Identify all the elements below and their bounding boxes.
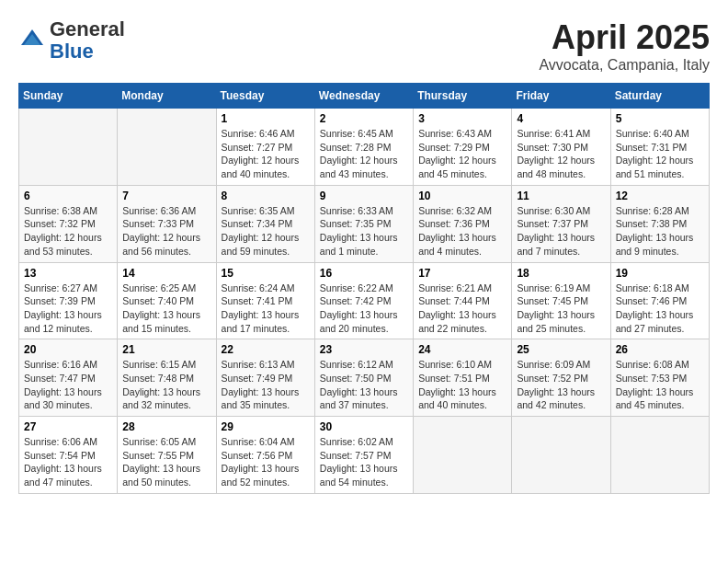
day-sunset: Sunset: 7:38 PM	[616, 218, 688, 229]
day-daylight: Daylight: 12 hours and 51 minutes.	[616, 155, 694, 179]
day-sunset: Sunset: 7:32 PM	[24, 218, 96, 229]
header-monday: Monday	[118, 84, 216, 109]
day-daylight: Daylight: 13 hours and 15 minutes.	[122, 309, 200, 334]
calendar-cell: 29 Sunrise: 6:04 AM Sunset: 7:56 PM Dayl…	[216, 417, 314, 494]
calendar-cell: 27 Sunrise: 6:06 AM Sunset: 7:54 PM Dayl…	[19, 417, 118, 494]
day-daylight: Daylight: 13 hours and 7 minutes.	[517, 232, 595, 257]
page-header: General Blue April 2025 Avvocata, Campan…	[18, 18, 710, 74]
header-tuesday: Tuesday	[216, 84, 314, 109]
day-sunset: Sunset: 7:54 PM	[24, 450, 96, 461]
day-sunset: Sunset: 7:42 PM	[320, 295, 392, 306]
day-sunrise: Sunrise: 6:06 AM	[24, 436, 97, 447]
day-number: 2	[320, 112, 408, 125]
day-daylight: Daylight: 12 hours and 43 minutes.	[320, 155, 398, 179]
header-friday: Friday	[512, 84, 610, 109]
calendar-cell: 26 Sunrise: 6:08 AM Sunset: 7:53 PM Dayl…	[610, 339, 709, 417]
day-sunrise: Sunrise: 6:45 AM	[320, 128, 393, 139]
calendar-cell: 11 Sunrise: 6:30 AM Sunset: 7:37 PM Dayl…	[512, 185, 610, 262]
day-number: 16	[320, 267, 408, 280]
calendar-cell	[19, 109, 118, 186]
day-sunset: Sunset: 7:53 PM	[616, 373, 688, 384]
day-sunset: Sunset: 7:49 PM	[222, 373, 293, 384]
calendar-cell: 25 Sunrise: 6:09 AM Sunset: 7:52 PM Dayl…	[512, 339, 610, 417]
day-sunrise: Sunrise: 6:18 AM	[616, 282, 689, 293]
day-sunrise: Sunrise: 6:43 AM	[418, 128, 492, 139]
day-number: 12	[616, 190, 704, 202]
day-number: 6	[24, 190, 112, 202]
logo: General Blue	[18, 18, 125, 63]
day-sunset: Sunset: 7:28 PM	[320, 142, 392, 153]
day-number: 28	[122, 420, 210, 433]
day-daylight: Daylight: 13 hours and 20 minutes.	[320, 309, 398, 334]
day-sunset: Sunset: 7:34 PM	[222, 218, 293, 229]
day-sunrise: Sunrise: 6:09 AM	[517, 359, 590, 370]
day-number: 30	[320, 420, 408, 433]
calendar-cell: 16 Sunrise: 6:22 AM Sunset: 7:42 PM Dayl…	[314, 262, 413, 339]
calendar-body: 1 Sunrise: 6:46 AM Sunset: 7:27 PM Dayli…	[19, 109, 710, 494]
day-number: 9	[320, 190, 408, 202]
day-sunrise: Sunrise: 6:27 AM	[24, 282, 97, 293]
calendar-subtitle: Avvocata, Campania, Italy	[539, 57, 710, 74]
day-sunrise: Sunrise: 6:28 AM	[616, 205, 689, 216]
day-sunrise: Sunrise: 6:32 AM	[418, 205, 492, 216]
day-number: 8	[222, 190, 310, 202]
day-number: 15	[222, 267, 310, 280]
day-number: 5	[616, 112, 704, 125]
calendar-cell	[414, 417, 512, 494]
calendar-cell: 3 Sunrise: 6:43 AM Sunset: 7:29 PM Dayli…	[414, 109, 512, 186]
day-sunset: Sunset: 7:56 PM	[222, 450, 293, 461]
calendar-table: Sunday Monday Tuesday Wednesday Thursday…	[18, 83, 710, 494]
day-daylight: Daylight: 12 hours and 53 minutes.	[24, 232, 102, 257]
day-sunrise: Sunrise: 6:04 AM	[222, 436, 295, 447]
day-daylight: Daylight: 12 hours and 56 minutes.	[122, 232, 200, 257]
day-sunset: Sunset: 7:36 PM	[418, 218, 490, 229]
day-sunrise: Sunrise: 6:02 AM	[320, 436, 393, 447]
day-daylight: Daylight: 13 hours and 32 minutes.	[122, 386, 200, 411]
day-daylight: Daylight: 13 hours and 25 minutes.	[517, 309, 595, 334]
day-daylight: Daylight: 13 hours and 22 minutes.	[418, 309, 496, 334]
day-number: 11	[517, 190, 605, 202]
calendar-week-2: 6 Sunrise: 6:38 AM Sunset: 7:32 PM Dayli…	[19, 185, 710, 262]
day-daylight: Daylight: 13 hours and 12 minutes.	[24, 309, 102, 334]
calendar-title: April 2025	[539, 18, 710, 57]
day-sunrise: Sunrise: 6:33 AM	[320, 205, 393, 216]
calendar-cell: 8 Sunrise: 6:35 AM Sunset: 7:34 PM Dayli…	[216, 185, 314, 262]
calendar-cell: 9 Sunrise: 6:33 AM Sunset: 7:35 PM Dayli…	[314, 185, 413, 262]
day-sunset: Sunset: 7:50 PM	[320, 373, 392, 384]
calendar-cell: 22 Sunrise: 6:13 AM Sunset: 7:49 PM Dayl…	[216, 339, 314, 417]
day-number: 22	[222, 343, 310, 356]
day-daylight: Daylight: 13 hours and 35 minutes.	[222, 386, 300, 411]
calendar-cell: 20 Sunrise: 6:16 AM Sunset: 7:47 PM Dayl…	[19, 339, 118, 417]
day-sunrise: Sunrise: 6:40 AM	[616, 128, 689, 139]
day-number: 25	[517, 343, 605, 356]
day-sunset: Sunset: 7:29 PM	[418, 142, 490, 153]
calendar-cell: 30 Sunrise: 6:02 AM Sunset: 7:57 PM Dayl…	[314, 417, 413, 494]
calendar-week-5: 27 Sunrise: 6:06 AM Sunset: 7:54 PM Dayl…	[19, 417, 710, 494]
calendar-cell: 2 Sunrise: 6:45 AM Sunset: 7:28 PM Dayli…	[314, 109, 413, 186]
day-number: 18	[517, 267, 605, 280]
day-sunset: Sunset: 7:44 PM	[418, 295, 490, 306]
header-thursday: Thursday	[414, 84, 512, 109]
day-daylight: Daylight: 13 hours and 47 minutes.	[24, 463, 102, 488]
day-number: 24	[418, 343, 506, 356]
day-number: 13	[24, 267, 112, 280]
calendar-cell: 4 Sunrise: 6:41 AM Sunset: 7:30 PM Dayli…	[512, 109, 610, 186]
calendar-week-1: 1 Sunrise: 6:46 AM Sunset: 7:27 PM Dayli…	[19, 109, 710, 186]
day-daylight: Daylight: 13 hours and 50 minutes.	[122, 463, 200, 488]
calendar-cell: 5 Sunrise: 6:40 AM Sunset: 7:31 PM Dayli…	[610, 109, 709, 186]
day-sunrise: Sunrise: 6:16 AM	[24, 359, 97, 370]
calendar-cell: 17 Sunrise: 6:21 AM Sunset: 7:44 PM Dayl…	[414, 262, 512, 339]
calendar-cell: 19 Sunrise: 6:18 AM Sunset: 7:46 PM Dayl…	[610, 262, 709, 339]
day-daylight: Daylight: 13 hours and 52 minutes.	[222, 463, 300, 488]
day-sunrise: Sunrise: 6:25 AM	[122, 282, 196, 293]
day-number: 14	[122, 267, 210, 280]
logo-icon	[18, 27, 46, 54]
calendar-cell: 1 Sunrise: 6:46 AM Sunset: 7:27 PM Dayli…	[216, 109, 314, 186]
day-sunrise: Sunrise: 6:19 AM	[517, 282, 590, 293]
day-daylight: Daylight: 13 hours and 45 minutes.	[616, 386, 694, 411]
day-sunset: Sunset: 7:31 PM	[616, 142, 688, 153]
day-sunrise: Sunrise: 6:41 AM	[517, 128, 590, 139]
calendar-cell: 14 Sunrise: 6:25 AM Sunset: 7:40 PM Dayl…	[118, 262, 216, 339]
day-sunrise: Sunrise: 6:35 AM	[222, 205, 295, 216]
day-sunrise: Sunrise: 6:30 AM	[517, 205, 590, 216]
